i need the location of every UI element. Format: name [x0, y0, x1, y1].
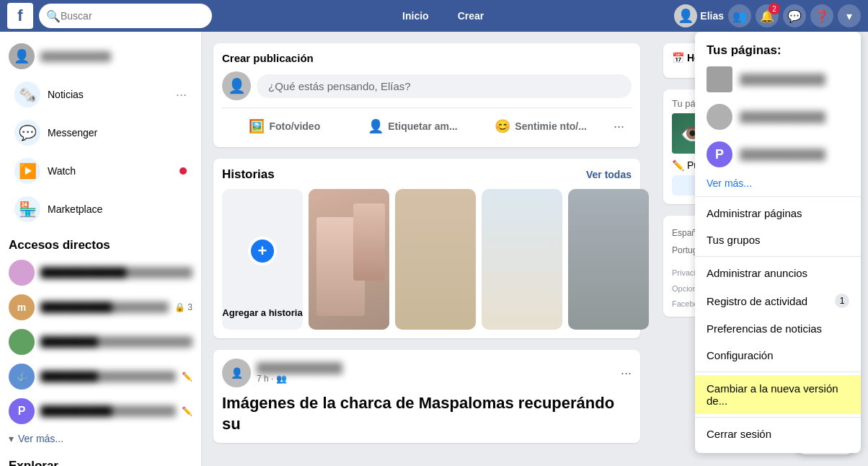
feeling-icon: 😊 [495, 118, 510, 134]
shortcut-3[interactable]: ████████ [0, 325, 201, 359]
dropdown-divider-1 [695, 196, 861, 197]
shortcut-3-avatar [9, 329, 35, 355]
sidebar-item-marketplace[interactable]: 🏪 Marketplace [6, 190, 195, 228]
story-card-3[interactable] [482, 189, 562, 330]
activity-badge: 1 [835, 294, 849, 308]
watch-icon: ▶️ [14, 158, 40, 184]
shortcut-4-label: ████████ [40, 371, 176, 382]
sidebar-item-messenger[interactable]: 💬 Messenger [6, 114, 195, 151]
dropdown-administrar-paginas[interactable]: Administrar páginas [695, 200, 861, 227]
photo-icon: 🖼️ [249, 118, 265, 134]
dropdown-pages-title: Tus páginas: [695, 38, 861, 61]
search-box[interactable]: 🔍 [39, 4, 212, 28]
shortcut-2-avatar: m [9, 294, 35, 320]
post-author-avatar: 👤 [222, 359, 251, 387]
create-post-title: Crear publicación [222, 52, 314, 64]
create-post-input-row: 👤 ¿Qué estás pensando, Elías? [222, 71, 632, 100]
edit-icon: ✏️ [672, 159, 684, 171]
sidebar-user-avatar: 👤 [9, 43, 35, 69]
photo-video-label: Foto/video [269, 120, 320, 132]
shortcut-2-badge: 🔒 3 [174, 302, 192, 312]
sidebar-item-noticias[interactable]: 🗞️ Noticias ··· [6, 76, 195, 113]
shortcut-5[interactable]: P ██████████ ✏️ [0, 394, 201, 428]
post-author-name: ████████████ [257, 362, 342, 374]
story-card-2[interactable] [395, 189, 476, 330]
post-more-button[interactable]: ··· [621, 366, 632, 381]
dropdown-registro-actividad[interactable]: Registro de actividad 1 [695, 286, 861, 315]
account-dropdown: Tus páginas: ████████████ ████████████ P… [695, 32, 861, 453]
search-icon: 🔍 [46, 9, 61, 23]
dropdown-divider-2 [695, 256, 861, 257]
post-actions: 🖼️ Foto/video 👤 Etiquetar am... 😊 Sentim… [222, 107, 632, 139]
crear-button[interactable]: Crear [445, 6, 497, 26]
dropdown-divider-3 [695, 372, 861, 372]
dropdown-administrar-anuncios[interactable]: Administrar anuncios [695, 260, 861, 286]
shortcut-2[interactable]: m ██████████... 🔒 3 [0, 290, 201, 325]
calendar-icon: 📅 [672, 52, 684, 63]
feeling-label: Sentimie nto/... [515, 120, 587, 132]
dropdown-preferencias-noticias[interactable]: Preferencias de noticias [695, 315, 861, 342]
see-more-shortcuts[interactable]: ▾ Ver más... [0, 428, 201, 449]
create-post-box: Crear publicación 👤 ¿Qué estás pensando,… [213, 43, 640, 147]
username-label: Elias [700, 10, 724, 22]
account-menu-button[interactable]: ▾ [838, 4, 861, 27]
page-2-avatar [707, 104, 732, 130]
story-card-4[interactable] [568, 189, 649, 330]
tag-button[interactable]: 👤 Etiquetar am... [350, 114, 476, 139]
shortcut-3-label: ████████ [40, 336, 192, 348]
story-card-1[interactable] [309, 189, 389, 330]
shortcut-4[interactable]: ⚓ ████████ ✏️ [0, 359, 201, 394]
dropdown-see-more[interactable]: Ver más... [695, 173, 861, 193]
friends-button[interactable]: 👥 [728, 4, 751, 27]
post-card: 👤 ████████████ 7 h · 👥 ··· Imágenes de l… [213, 350, 640, 443]
dropdown-configuracion[interactable]: Configuración [695, 342, 861, 369]
help-button[interactable]: ❓ [810, 4, 833, 27]
tag-label: Etiquetar am... [388, 120, 457, 132]
dropdown-cerrar-sesion[interactable]: Cerrar sesión [695, 421, 861, 447]
noticias-icon: 🗞️ [14, 82, 40, 107]
noticias-label: Noticias [48, 89, 84, 100]
nav-center: Inicio Crear [212, 6, 674, 26]
add-story-card[interactable]: + Agregar a historia [222, 189, 303, 330]
post-meta: 7 h · 👥 [257, 374, 342, 384]
watch-notification-dot [180, 167, 187, 175]
messenger-label: Messenger [48, 127, 97, 139]
sidebar-item-watch[interactable]: ▶️ Watch [6, 152, 195, 190]
notifications-badge: 2 [769, 3, 780, 14]
stories-header: Historias Ver todas [222, 167, 632, 182]
shortcut-1-avatar [9, 260, 35, 286]
stories-see-all[interactable]: Ver todas [586, 169, 632, 180]
create-post-header: Crear publicación [222, 52, 632, 64]
stories-title: Historias [222, 167, 275, 182]
more-actions-dots[interactable]: ··· [606, 114, 632, 139]
add-story-label: Agregar a historia [222, 307, 302, 318]
tag-icon: 👤 [368, 118, 384, 134]
create-post-input[interactable]: ¿Qué estás pensando, Elías? [257, 74, 632, 98]
shortcut-2-label: ██████████... [40, 302, 169, 313]
sidebar-user[interactable]: 👤 Elias Rodriguez [0, 38, 201, 75]
page-3-name: ████████████ [740, 149, 825, 160]
noticias-dots[interactable]: ··· [176, 87, 187, 102]
dropdown-page-1[interactable]: ████████████ [695, 61, 861, 98]
dropdown-divider-4 [695, 417, 861, 418]
shortcut-1[interactable]: ████████████ [0, 255, 201, 290]
create-post-avatar: 👤 [222, 71, 251, 100]
explorar-section-title: Explorar [0, 453, 201, 466]
feeling-button[interactable]: 😊 Sentimie nto/... [478, 114, 603, 139]
page-2-name: ████████████ [740, 111, 825, 123]
search-input[interactable] [61, 10, 205, 22]
dropdown-page-2[interactable]: ████████████ [695, 98, 861, 136]
notifications-button[interactable]: 🔔 2 [756, 4, 779, 27]
shortcut-1-label: ████████████ [40, 267, 192, 278]
left-sidebar: 👤 Elias Rodriguez 🗞️ Noticias ··· 💬 Mess… [0, 32, 202, 466]
dropdown-tus-grupos[interactable]: Tus grupos [695, 227, 861, 253]
sidebar-username: Elias Rodriguez [40, 51, 111, 62]
photo-video-button[interactable]: 🖼️ Foto/video [222, 114, 347, 139]
dropdown-page-3[interactable]: P ████████████ [695, 136, 861, 173]
shortcut-5-avatar: P [9, 398, 35, 424]
user-avatar: 👤 [674, 4, 697, 27]
dropdown-nueva-version[interactable]: Cambiar a la nueva versión de... [695, 375, 861, 414]
messages-button[interactable]: 💬 [783, 4, 806, 27]
inicio-button[interactable]: Inicio [389, 6, 442, 26]
marketplace-label: Marketplace [48, 203, 102, 215]
